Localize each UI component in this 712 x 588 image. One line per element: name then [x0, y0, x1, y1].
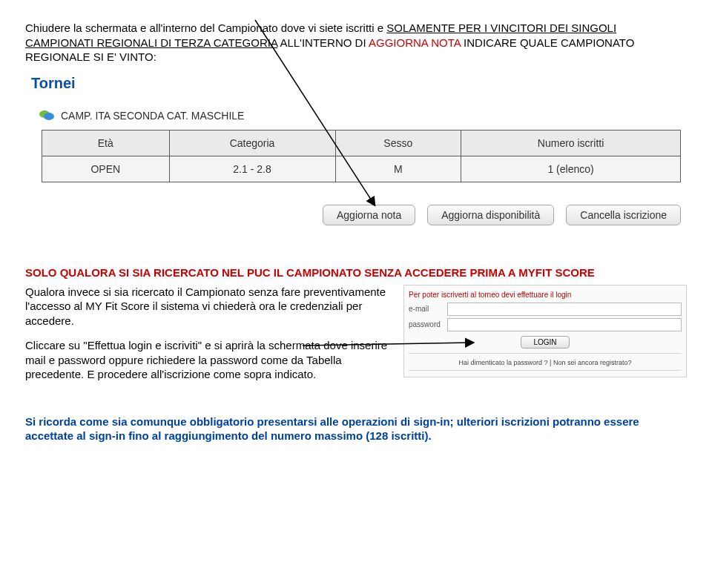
login-button[interactable]: LOGIN: [521, 336, 569, 348]
hdr-sesso: Sesso: [335, 130, 461, 156]
cancella-iscrizione-button[interactable]: Cancella iscrizione: [566, 205, 681, 225]
camp-name: CAMP. ITA SECONDA CAT. MASCHILE: [61, 109, 244, 122]
camp-table: Età Categoria Sesso Numero iscritti OPEN…: [42, 130, 681, 182]
button-row: Aggiorna nota Aggiorna disponibilità Can…: [31, 205, 681, 225]
camp-row: CAMP. ITA SECONDA CAT. MASCHILE: [31, 109, 687, 122]
intro-text-c: ALL'INTERNO DI: [277, 36, 369, 49]
login-divider: Hai dimenticato la password ? | Non sei …: [409, 353, 682, 371]
left-col: Qualora invece si sia ricercato il Campi…: [25, 285, 390, 385]
footer-paragraph: Si ricorda come sia comunque obbligatori…: [25, 414, 687, 443]
hdr-iscritti: Numero iscritti: [461, 130, 681, 156]
table-row: OPEN 2.1 - 2.8 M 1 (elenco): [42, 156, 681, 182]
middle-p2: Cliccare su "Effettua login e iscriviti"…: [25, 338, 390, 382]
cell-iscritti: 1 (elenco): [461, 156, 681, 182]
intro-paragraph: Chiudere la schermata e all'interno del …: [25, 21, 687, 65]
login-email-label: e-mail: [409, 304, 447, 314]
hdr-eta: Età: [42, 130, 170, 156]
login-email-row: e-mail: [409, 303, 682, 316]
two-col: Qualora invece si sia ricercato il Campi…: [25, 285, 687, 385]
table-header: Età Categoria Sesso Numero iscritti: [42, 130, 681, 156]
login-pwd-row: password: [409, 318, 682, 331]
login-message: Per poter iscriverti al torneo devi effe…: [409, 290, 682, 300]
login-panel: Per poter iscriverti al torneo devi effe…: [403, 285, 687, 377]
svg-point-1: [44, 113, 54, 120]
hdr-categoria: Categoria: [169, 130, 335, 156]
email-field[interactable]: [447, 303, 682, 316]
login-pwd-label: password: [409, 320, 447, 329]
aggiorna-disponibilita-button[interactable]: Aggiorna disponibilità: [427, 205, 554, 225]
red-heading: SOLO QUALORA SI SIA RICERCATO NEL PUC IL…: [25, 265, 687, 280]
login-links[interactable]: Hai dimenticato la password ? | Non sei …: [459, 359, 632, 368]
chat-bubble-icon: [39, 109, 55, 122]
aggiorna-nota-button[interactable]: Aggiorna nota: [323, 205, 415, 225]
footer-blue: Si ricorda come sia comunque obbligatori…: [25, 415, 639, 443]
tornei-panel: Tornei CAMP. ITA SECONDA CAT. MASCHILE E…: [25, 73, 687, 226]
password-field[interactable]: [447, 318, 682, 331]
tornei-title: Tornei: [31, 73, 687, 93]
cell-sesso: M: [335, 156, 461, 182]
cell-eta: OPEN: [42, 156, 170, 182]
cell-categoria: 2.1 - 2.8: [169, 156, 335, 182]
middle-p1: Qualora invece si sia ricercato il Campi…: [25, 285, 390, 328]
intro-red-d: AGGIORNA NOTA: [369, 36, 461, 49]
intro-text-a: Chiudere la schermata e all'interno del …: [25, 22, 386, 34]
